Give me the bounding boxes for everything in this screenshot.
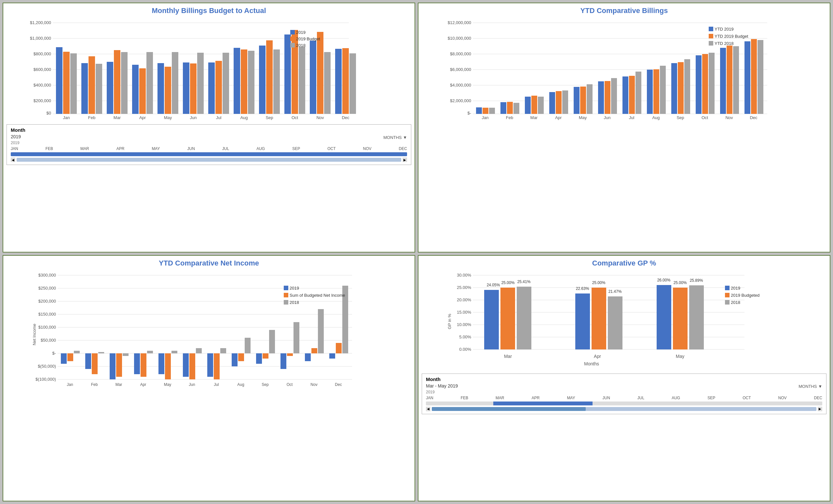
svg-rect-195 bbox=[305, 353, 311, 361]
svg-rect-233 bbox=[608, 296, 622, 350]
svg-rect-94 bbox=[549, 92, 555, 114]
filter2-sub-value: 2019 bbox=[426, 390, 822, 394]
filter2-title: Month bbox=[426, 377, 822, 382]
svg-rect-192 bbox=[287, 353, 293, 356]
svg-rect-15 bbox=[63, 52, 70, 114]
svg-text:$200,000: $200,000 bbox=[39, 299, 56, 304]
filter1-month-labels: JANFEBMARAPRMAYJUNJULAUGSEPOCTNOVDEC bbox=[11, 146, 407, 151]
filter2-scroll-left[interactable]: ◀ bbox=[426, 407, 430, 411]
svg-text:$(100,000): $(100,000) bbox=[35, 377, 56, 382]
svg-text:25.41%: 25.41% bbox=[517, 280, 531, 284]
svg-rect-126 bbox=[744, 41, 751, 114]
filter-panel-1: Month 2019 MONTHS ▼ 2019 JANFEBMARAPRMAY… bbox=[6, 124, 411, 165]
svg-text:Dec: Dec bbox=[342, 115, 350, 120]
svg-rect-58 bbox=[335, 49, 342, 114]
svg-rect-62 bbox=[290, 30, 295, 34]
svg-rect-159 bbox=[85, 353, 91, 369]
svg-rect-173 bbox=[171, 351, 177, 353]
ytd-billings-title: YTD Comparative Billings bbox=[422, 6, 827, 15]
svg-rect-108 bbox=[636, 72, 641, 114]
svg-rect-165 bbox=[123, 353, 128, 356]
filter1-scroll-left[interactable]: ◀ bbox=[11, 158, 15, 162]
svg-rect-191 bbox=[281, 353, 286, 369]
svg-text:$12,000,000: $12,000,000 bbox=[448, 20, 471, 25]
svg-rect-51 bbox=[291, 30, 298, 114]
svg-text:2018: 2018 bbox=[290, 300, 299, 305]
svg-rect-96 bbox=[562, 91, 568, 114]
svg-rect-38 bbox=[208, 63, 215, 114]
svg-rect-88 bbox=[514, 103, 519, 114]
svg-rect-248 bbox=[725, 293, 730, 297]
filter1-slider-inner[interactable] bbox=[17, 158, 401, 162]
svg-rect-196 bbox=[311, 348, 317, 353]
svg-text:25.89%: 25.89% bbox=[690, 278, 703, 283]
svg-text:Dec: Dec bbox=[750, 115, 758, 120]
svg-rect-205 bbox=[284, 293, 288, 297]
svg-rect-130 bbox=[709, 27, 713, 31]
svg-text:$150,000: $150,000 bbox=[39, 312, 56, 317]
svg-rect-171 bbox=[159, 353, 164, 374]
svg-text:Nov: Nov bbox=[725, 115, 733, 120]
ytd-billings-panel: YTD Comparative Billings $12,000,000 $10… bbox=[418, 3, 830, 253]
filter1-months-label[interactable]: MONTHS ▼ bbox=[383, 135, 407, 140]
svg-rect-160 bbox=[92, 353, 98, 374]
svg-text:Feb: Feb bbox=[88, 115, 95, 120]
svg-rect-107 bbox=[629, 76, 635, 114]
ytd-billings-chart: $12,000,000 $10,000,000 $8,000,000 $6,00… bbox=[422, 17, 827, 122]
svg-text:0.00%: 0.00% bbox=[459, 347, 471, 352]
filter1-scroll-right[interactable]: ▶ bbox=[403, 158, 407, 162]
svg-text:Months: Months bbox=[584, 361, 599, 366]
svg-rect-90 bbox=[525, 97, 531, 114]
svg-text:Jun: Jun bbox=[604, 115, 611, 120]
svg-rect-119 bbox=[702, 54, 708, 114]
comp-gp-panel: Comparative GP % GP in % 30.00% 25.00% 2… bbox=[418, 255, 830, 502]
filter2-month-labels: JANFEBMARAPRMAYJUNJULAUGSEPOCTNOVDEC bbox=[426, 395, 822, 400]
svg-text:5.00%: 5.00% bbox=[459, 335, 471, 339]
svg-text:YTD 2018: YTD 2018 bbox=[715, 41, 734, 46]
svg-rect-22 bbox=[107, 62, 113, 114]
svg-rect-43 bbox=[241, 49, 247, 114]
filter1-value: 2019 bbox=[11, 134, 21, 139]
svg-rect-156 bbox=[67, 353, 73, 361]
svg-text:Sep: Sep bbox=[676, 115, 684, 120]
svg-text:$1,200,000: $1,200,000 bbox=[30, 20, 51, 25]
svg-text:$-: $- bbox=[467, 111, 471, 116]
svg-text:GP in %: GP in % bbox=[447, 313, 452, 329]
svg-rect-240 bbox=[689, 285, 704, 350]
svg-rect-52 bbox=[299, 47, 305, 114]
svg-rect-122 bbox=[720, 48, 726, 114]
svg-text:2019: 2019 bbox=[296, 30, 306, 35]
svg-text:Jul: Jul bbox=[629, 115, 635, 120]
filter2-months-label[interactable]: MONTHS ▼ bbox=[799, 384, 822, 389]
svg-text:Jun: Jun bbox=[189, 382, 195, 387]
svg-text:Net Income: Net Income bbox=[32, 323, 37, 345]
svg-rect-163 bbox=[110, 353, 116, 379]
svg-rect-181 bbox=[220, 348, 226, 353]
svg-rect-132 bbox=[709, 34, 713, 39]
svg-text:25.00%: 25.00% bbox=[501, 281, 515, 285]
svg-rect-66 bbox=[290, 43, 295, 48]
svg-text:$100,000: $100,000 bbox=[39, 325, 56, 330]
svg-text:2019 Budget: 2019 Budget bbox=[296, 37, 320, 41]
svg-rect-203 bbox=[284, 286, 288, 290]
svg-rect-124 bbox=[733, 46, 739, 114]
svg-rect-48 bbox=[273, 49, 280, 114]
svg-rect-24 bbox=[121, 52, 127, 114]
svg-text:YTD 2019: YTD 2019 bbox=[715, 27, 734, 31]
filter1-slider-track[interactable] bbox=[11, 152, 407, 156]
svg-text:22.63%: 22.63% bbox=[576, 286, 589, 291]
svg-rect-193 bbox=[293, 322, 300, 353]
svg-rect-168 bbox=[141, 353, 146, 377]
svg-text:Aug: Aug bbox=[240, 115, 247, 120]
svg-rect-60 bbox=[350, 53, 356, 114]
svg-rect-118 bbox=[696, 55, 701, 114]
filter2-scroll-right[interactable]: ▶ bbox=[818, 407, 822, 411]
svg-rect-224 bbox=[484, 290, 499, 350]
svg-text:$600,000: $600,000 bbox=[33, 67, 51, 72]
svg-rect-36 bbox=[197, 53, 204, 114]
svg-text:$0: $0 bbox=[47, 111, 51, 116]
dashboard: Monthly Billings Budget to Actual $1,200… bbox=[0, 0, 833, 504]
svg-rect-164 bbox=[116, 353, 122, 377]
svg-rect-155 bbox=[61, 353, 67, 364]
ytd-income-chart: Net Income $300,000 $250,000 $200,000 $1… bbox=[6, 269, 411, 391]
